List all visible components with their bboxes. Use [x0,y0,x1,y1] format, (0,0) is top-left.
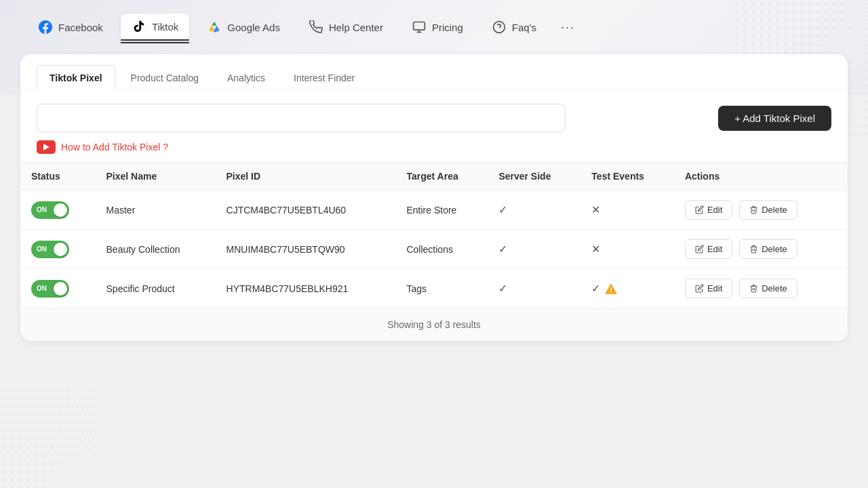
nav-label-tiktok: Tiktok [152,21,178,33]
tab-product-catalog[interactable]: Product Catalog [118,65,212,90]
pricing-icon [412,20,427,35]
add-tiktok-pixel-button[interactable]: + Add Tiktok Pixel [718,106,831,131]
faqs-icon [492,20,507,35]
tiktok-icon [132,19,146,34]
table-row: ON Beauty CollectionMNUIM4BC77U5EBTQW90C… [20,230,848,269]
toggle-label: ON [37,285,47,292]
nav-label-google-ads: Google Ads [227,22,280,33]
edit-icon [695,245,704,253]
cell-test-events: ✕ [580,230,674,269]
toggle-knob [54,243,67,256]
cell-pixel-name: Master [96,190,216,230]
toggle-label: ON [37,206,47,214]
tab-interest-finder[interactable]: Interest Finder [281,65,368,90]
nav-item-faqs[interactable]: Faq's [481,14,547,40]
table-row: ON MasterCJTCM4BC77U5EBTL4U60Entire Stor… [20,190,848,230]
pixels-table: Status Pixel Name Pixel ID Target Area S… [20,162,848,308]
cell-pixel-id: MNUIM4BC77U5EBTQW90 [216,230,396,269]
toggle-switch[interactable]: ON [31,280,69,298]
tab-analytics[interactable]: Analytics [214,65,278,90]
col-pixel-name: Pixel Name [96,163,216,190]
delete-button[interactable]: Delete [739,239,797,259]
delete-button[interactable]: Delete [739,279,797,298]
nav-label-help-center: Help Center [329,22,383,33]
table-footer: Showing 3 of 3 results [20,308,848,341]
cell-actions: Edit Delete [674,230,848,269]
cell-test-events: ✓ ! [580,269,674,308]
toggle-label: ON [37,245,47,253]
svg-text:!: ! [610,286,613,294]
toggle-knob [54,282,67,296]
x-icon: ✕ [591,243,600,255]
col-target-area: Target Area [395,163,488,190]
table-row: ON Specific ProductHYTRM4BC77U5EBLKH921T… [20,269,848,308]
nav-item-google-ads[interactable]: Google Ads [196,14,291,40]
toggle-knob [54,203,67,217]
check-icon: ✓ [498,243,507,255]
cell-actions: Edit Delete [674,269,848,308]
nav-label-pricing: Pricing [432,22,463,33]
facebook-icon [38,20,53,35]
trash-icon [749,284,758,293]
cell-server-side: ✓ [488,230,580,269]
cell-status: ON [20,269,96,308]
toggle-switch[interactable]: ON [31,241,69,258]
nav-label-facebook: Facebook [58,22,103,33]
cell-target-area: Collections [395,230,488,269]
top-nav: Facebook Tiktok Google Ads [0,0,868,47]
warning-icon: ! [604,283,618,295]
nav-item-tiktok[interactable]: Tiktok [121,14,189,41]
edit-button[interactable]: Edit [685,200,732,220]
cell-status: ON [20,230,96,269]
x-icon: ✕ [591,204,600,216]
trash-icon [749,205,758,214]
cell-server-side: ✓ [488,190,580,230]
nav-item-pricing[interactable]: Pricing [401,14,474,40]
cell-status: ON [20,190,96,230]
cell-actions: Edit Delete [674,190,848,230]
col-test-events: Test Events [580,163,674,190]
edit-button[interactable]: Edit [685,239,732,259]
google-ads-icon [207,20,222,35]
toggle-switch[interactable]: ON [31,201,69,219]
check-icon: ✓ [591,282,600,295]
edit-icon [695,284,704,293]
delete-button[interactable]: Delete [739,200,797,220]
sub-tabs: Tiktok Pixel Product Catalog Analytics I… [20,54,848,90]
col-server-side: Server Side [488,163,580,190]
check-icon: ✓ [498,204,507,216]
cell-server-side: ✓ [488,269,580,308]
cell-target-area: Tags [395,269,488,308]
edit-icon [695,205,704,214]
cell-test-events: ✕ [580,190,674,230]
col-pixel-id: Pixel ID [216,163,396,190]
col-status: Status [20,163,96,190]
nav-item-help-center[interactable]: Help Center [298,14,394,40]
nav-more-button[interactable]: ··· [554,15,582,40]
nav-label-faqs: Faq's [512,22,536,33]
cell-pixel-id: CJTCM4BC77U5EBTL4U60 [216,190,396,230]
svg-rect-0 [414,22,425,30]
active-underline [121,39,189,41]
toolbar: + Add Tiktok Pixel [20,90,848,140]
cell-pixel-name: Specific Product [96,269,216,308]
nav-item-facebook[interactable]: Facebook [27,14,114,40]
trash-icon [749,245,758,253]
check-icon: ✓ [498,283,507,294]
search-input[interactable] [37,104,566,132]
col-actions: Actions [674,163,848,190]
cell-pixel-id: HYTRM4BC77U5EBLKH921 [216,269,396,308]
content-card: Tiktok Pixel Product Catalog Analytics I… [20,54,848,341]
cell-pixel-name: Beauty Collection [96,230,216,269]
help-link[interactable]: How to Add Tiktok Pixel ? [20,140,848,162]
cell-target-area: Entire Store [395,190,488,230]
tab-tiktok-pixel[interactable]: Tiktok Pixel [37,65,115,90]
edit-button[interactable]: Edit [685,279,732,298]
youtube-icon [37,140,56,154]
help-center-icon [309,20,323,35]
